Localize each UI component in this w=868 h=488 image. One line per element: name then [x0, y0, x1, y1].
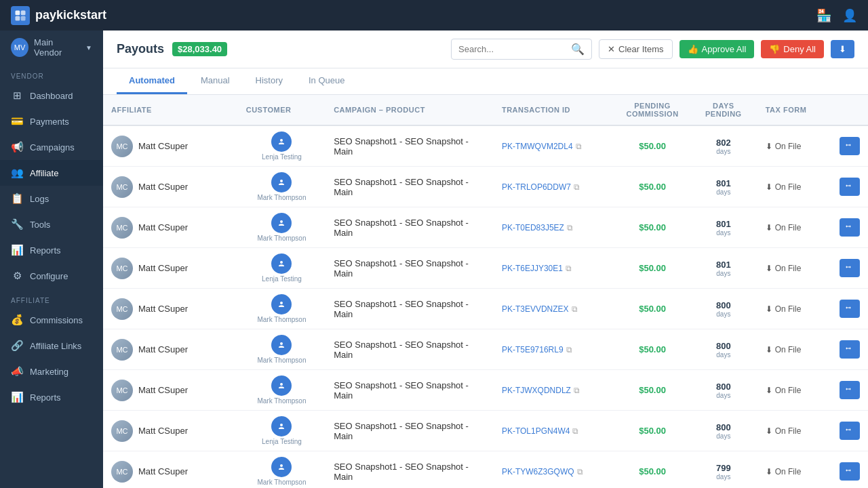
- table-row: MC Matt CSuper Lenja Testing SEO Snapsho…: [103, 125, 868, 167]
- clear-items-button[interactable]: ✕ Clear Items: [599, 39, 672, 59]
- deny-all-button[interactable]: 👎 Deny All: [761, 40, 824, 58]
- sidebar-item-commissions[interactable]: 💰 Commissions: [0, 307, 103, 333]
- transaction-id-value[interactable]: PK-TOL1PGN4W4: [502, 426, 570, 436]
- campaign-cell: SEO Snapshot1 - SEO Snapshot - Main: [326, 125, 494, 167]
- transaction-id-value[interactable]: PK-TJWXQDNDLZ: [502, 386, 571, 395]
- commission-cell: $50.00: [615, 329, 690, 370]
- tab-inqueue[interactable]: In Queue: [296, 68, 357, 94]
- sidebar-item-affiliate-links[interactable]: 🔗 Affiliate Links: [0, 333, 103, 359]
- download-icon: ⬇: [766, 142, 772, 151]
- pay-button[interactable]: [840, 422, 860, 440]
- sidebar-item-label: Commissions: [30, 315, 83, 325]
- sidebar-item-marketing[interactable]: 📣 Marketing: [0, 359, 103, 384]
- export-button[interactable]: ⬇: [831, 40, 854, 58]
- affiliate-name: Matt CSuper: [138, 466, 188, 476]
- sidebar-item-reports[interactable]: 📊 Reports: [0, 237, 103, 263]
- store-icon[interactable]: 🏪: [816, 8, 831, 23]
- reports-icon: 📊: [11, 244, 23, 256]
- download-icon: ⬇: [766, 264, 772, 273]
- table-header-row: Affiliate Customer Campaign – Product Tr…: [103, 95, 868, 125]
- affiliate-cell: MC Matt CSuper: [103, 167, 238, 207]
- copy-icon[interactable]: ⧉: [576, 142, 582, 151]
- sidebar-item-logs[interactable]: 📋 Logs: [0, 186, 103, 211]
- transaction-id-value[interactable]: PK-T3EVVDNZEX: [502, 304, 569, 314]
- days-pending-cell: 801 days: [690, 167, 757, 207]
- pay-button[interactable]: [840, 381, 860, 399]
- commission-cell: $50.00: [615, 248, 690, 289]
- sidebar-item-reports-affiliate[interactable]: 📊 Reports: [0, 384, 103, 410]
- tab-history[interactable]: History: [243, 68, 295, 94]
- reports-affiliate-icon: 📊: [11, 391, 23, 403]
- transaction-id-value[interactable]: PK-TYW6Z3GQWQ: [502, 467, 574, 476]
- sidebar-item-tools[interactable]: 🔧 Tools: [0, 211, 103, 237]
- days-pending-cell: 799 days: [690, 451, 757, 489]
- table-row: MC Matt CSuper Lenja Testing SEO Snapsho…: [103, 411, 868, 451]
- affiliate-avatar: MC: [111, 380, 133, 401]
- sidebar-item-affiliate[interactable]: 👥 Affiliate: [0, 160, 103, 186]
- copy-icon[interactable]: ⧉: [572, 304, 578, 314]
- copy-icon[interactable]: ⧉: [574, 386, 580, 395]
- transaction-id-value[interactable]: PK-TRLOP6DDW7: [502, 182, 571, 192]
- app-logo[interactable]: paykickstart: [11, 6, 106, 25]
- copy-icon[interactable]: ⧉: [566, 264, 572, 273]
- sidebar-item-label: Affiliate Links: [30, 341, 81, 351]
- user-icon[interactable]: 👤: [842, 8, 857, 23]
- pay-button[interactable]: [840, 137, 860, 155]
- sidebar-item-payments[interactable]: 💳 Payments: [0, 108, 103, 134]
- transaction-id-value[interactable]: PK-T5E9716RL9: [502, 345, 564, 354]
- pay-button[interactable]: [840, 218, 860, 237]
- campaign-cell: SEO Snapshot1 - SEO Snapshot - Main: [326, 167, 494, 207]
- copy-icon[interactable]: ⧉: [572, 426, 578, 436]
- copy-icon[interactable]: ⧉: [574, 182, 580, 192]
- commission-amount: $50.00: [639, 263, 666, 273]
- sidebar-item-campaigns[interactable]: 📢 Campaigns: [0, 134, 103, 160]
- customer-icon: [271, 213, 292, 233]
- campaign-cell: SEO Snapshot1 - SEO Snapshot - Main: [326, 207, 494, 248]
- search-box[interactable]: 🔍: [451, 39, 592, 60]
- header-actions: 🔍 ✕ Clear Items 👍 Approve All 👎 Deny All…: [451, 39, 854, 60]
- pay-button[interactable]: [840, 340, 860, 359]
- copy-icon[interactable]: ⧉: [566, 345, 572, 354]
- tax-form-status: On File: [775, 142, 802, 151]
- pay-button[interactable]: [840, 300, 860, 318]
- affiliate-cell: MC Matt CSuper: [103, 411, 238, 451]
- affiliate-name: Matt CSuper: [138, 222, 188, 232]
- sidebar: MV Main Vendor ▼ VENDOR ⊞ Dashboard 💳 Pa…: [0, 30, 103, 488]
- transaction-id-value[interactable]: PK-TMWQVM2DL4: [502, 142, 573, 151]
- table-row: MC Matt CSuper Mark Thompson SEO Snapsho…: [103, 207, 868, 248]
- copy-icon[interactable]: ⧉: [577, 467, 583, 476]
- copy-icon[interactable]: ⧉: [567, 223, 573, 232]
- tab-automated[interactable]: Automated: [117, 68, 187, 94]
- campaign-cell: SEO Snapshot1 - SEO Snapshot - Main: [326, 248, 494, 289]
- campaign-cell: SEO Snapshot1 - SEO Snapshot - Main: [326, 451, 494, 489]
- customer-name: Mark Thompson: [257, 194, 306, 201]
- sidebar-item-dashboard[interactable]: ⊞ Dashboard: [0, 83, 103, 108]
- action-cell: [831, 411, 868, 451]
- tab-manual[interactable]: Manual: [189, 68, 242, 94]
- table-row: MC Matt CSuper Mark Thompson SEO Snapsho…: [103, 370, 868, 411]
- search-input[interactable]: [458, 44, 567, 54]
- days-unit: days: [698, 310, 749, 318]
- vendor-header[interactable]: MV Main Vendor ▼: [0, 30, 103, 64]
- pay-button[interactable]: [840, 259, 860, 277]
- transaction-id-value[interactable]: PK-T0ED83J5EZ: [502, 223, 564, 232]
- days-number: 800: [698, 300, 749, 310]
- affiliate-cell: MC Matt CSuper: [103, 207, 238, 248]
- pay-button[interactable]: [840, 462, 860, 481]
- tax-form-cell: ⬇ On File: [757, 125, 831, 167]
- sidebar-item-configure[interactable]: ⚙ Configure: [0, 263, 103, 289]
- days-number: 801: [698, 219, 749, 229]
- campaign-cell: SEO Snapshot1 - SEO Snapshot - Main: [326, 411, 494, 451]
- approve-all-button[interactable]: 👍 Approve All: [679, 40, 755, 58]
- affiliate-name: Matt CSuper: [138, 344, 188, 354]
- customer-name: Mark Thompson: [257, 235, 306, 242]
- vendor-chevron: ▼: [85, 44, 92, 52]
- logo-icon: [11, 6, 30, 25]
- transaction-id-value[interactable]: PK-T6EJJY30E1: [502, 264, 563, 273]
- commission-amount: $50.00: [639, 304, 666, 314]
- tax-form-cell: ⬇ On File: [757, 207, 831, 248]
- pay-button[interactable]: [840, 178, 860, 196]
- vendor-name: Main Vendor: [34, 37, 80, 58]
- table-row: MC Matt CSuper Mark Thompson SEO Snapsho…: [103, 167, 868, 207]
- download-icon: ⬇: [766, 467, 772, 476]
